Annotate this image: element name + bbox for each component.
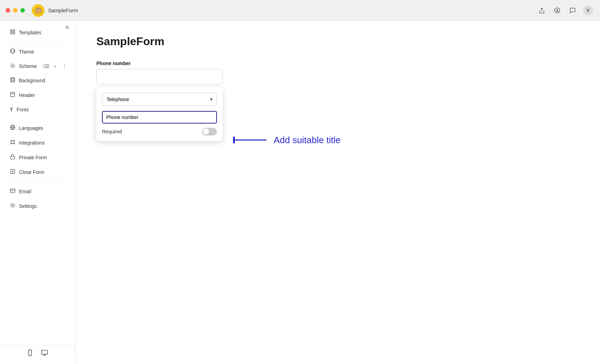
scheme-backspace-button[interactable]: ⌫ <box>42 62 50 70</box>
svg-rect-28 <box>42 350 48 355</box>
svg-point-6 <box>12 65 13 66</box>
required-label: Required <box>102 129 122 134</box>
sidebar-item-header[interactable]: Header <box>3 88 72 102</box>
svg-rect-1 <box>11 30 12 31</box>
share-icon[interactable] <box>537 6 547 15</box>
svg-rect-7 <box>11 78 15 82</box>
sidebar-item-close-form[interactable]: Close Form <box>3 165 72 179</box>
sidebar-item-email-label: Email <box>19 189 31 194</box>
settings-icon <box>10 203 15 210</box>
sidebar-item-theme[interactable]: Theme <box>3 45 72 59</box>
rocket-icon[interactable] <box>552 6 562 15</box>
desktop-view-button[interactable] <box>41 349 48 356</box>
sidebar-item-templates-label: Templates <box>19 30 41 35</box>
view-toggle-row <box>0 345 75 360</box>
sidebar-item-templates[interactable]: Templates <box>3 26 72 40</box>
integrations-icon <box>10 139 15 146</box>
minimize-button[interactable] <box>13 8 18 13</box>
toggle-knob <box>203 128 209 135</box>
required-toggle[interactable] <box>202 128 217 135</box>
fonts-icon: T <box>10 106 13 112</box>
sidebar-item-background[interactable]: Background <box>3 74 72 88</box>
svg-rect-26 <box>29 350 32 356</box>
divider-2 <box>4 118 71 119</box>
email-icon <box>10 188 15 195</box>
scheme-add-button[interactable]: + <box>51 62 59 70</box>
languages-icon <box>10 125 15 132</box>
svg-point-15 <box>11 143 12 144</box>
mobile-view-button[interactable] <box>27 349 34 356</box>
phone-input[interactable] <box>96 69 223 84</box>
sidebar-item-background-label: Background <box>19 78 45 83</box>
titlebar: 🐵 SampleForm V <box>0 0 600 21</box>
phone-field-section: Phone number Telephone Short Text Long T… <box>96 61 579 141</box>
sidebar-item-header-label: Header <box>19 92 35 98</box>
main-layout: Templates Theme Schem <box>0 21 600 364</box>
templates-icon <box>10 29 15 36</box>
field-title-input[interactable] <box>102 111 217 124</box>
sidebar-item-languages[interactable]: Languages <box>3 121 72 135</box>
sidebar-item-integrations[interactable]: Integrations <box>3 136 72 150</box>
maximize-button[interactable] <box>20 8 25 13</box>
sidebar-item-integrations-label: Integrations <box>19 140 45 146</box>
close-form-icon <box>10 169 15 176</box>
close-button[interactable] <box>6 8 10 13</box>
sidebar-item-close-form-label: Close Form <box>19 169 44 175</box>
header-icon <box>10 92 15 99</box>
app-title: SampleForm <box>48 7 78 13</box>
svg-rect-9 <box>11 92 15 97</box>
field-label: Phone number <box>96 61 579 66</box>
theme-icon <box>10 48 15 55</box>
sidebar-item-scheme-label: Scheme <box>19 63 37 69</box>
svg-rect-21 <box>11 156 15 159</box>
sidebar-item-private-label: Private Form <box>19 155 47 160</box>
type-select-wrapper: Telephone Short Text Long Text Number Em… <box>102 93 217 106</box>
sidebar-item-fonts-label: Fonts <box>16 107 29 112</box>
private-icon <box>10 154 15 161</box>
required-row: Required <box>102 128 217 135</box>
type-select[interactable]: Telephone Short Text Long Text Number Em… <box>102 93 217 106</box>
svg-point-16 <box>14 143 15 144</box>
sidebar-item-email[interactable]: Email <box>3 184 72 198</box>
annotation-arrow <box>233 133 268 147</box>
comment-icon[interactable] <box>568 6 578 15</box>
divider-1 <box>4 42 71 42</box>
main-content: SampleForm Phone number Telephone Short … <box>75 21 600 364</box>
svg-rect-2 <box>13 30 15 31</box>
titlebar-actions: V <box>537 6 593 15</box>
sidebar-item-languages-label: Languages <box>19 125 43 131</box>
svg-rect-4 <box>13 32 15 34</box>
sidebar-item-settings-label: Settings <box>19 203 37 209</box>
background-icon <box>10 77 15 84</box>
app-identity: 🐵 SampleForm <box>32 4 78 17</box>
user-avatar[interactable]: V <box>583 6 593 15</box>
divider-3 <box>4 182 71 182</box>
annotation-text: Add suitable title <box>274 135 341 146</box>
sidebar: Templates Theme Schem <box>0 21 75 364</box>
svg-rect-3 <box>11 32 12 34</box>
sidebar-item-settings[interactable]: Settings <box>3 199 72 213</box>
window-controls <box>6 8 25 13</box>
annotation-area: Add suitable title <box>233 133 341 147</box>
sidebar-item-private[interactable]: Private Form <box>3 150 72 164</box>
sidebar-item-fonts[interactable]: T Fonts <box>3 103 72 116</box>
field-config-popup: Telephone Short Text Long Text Number Em… <box>96 87 223 141</box>
scheme-icon <box>10 63 15 70</box>
sidebar-toggle[interactable] <box>65 24 71 30</box>
svg-point-14 <box>14 140 15 141</box>
sidebar-item-scheme[interactable]: Scheme ⌫ + ⋮ <box>3 59 72 73</box>
svg-point-13 <box>11 140 12 141</box>
sidebar-item-theme-label: Theme <box>19 49 34 55</box>
form-title: SampleForm <box>96 35 579 48</box>
app-logo: 🐵 <box>32 4 45 17</box>
svg-point-25 <box>12 205 13 206</box>
scheme-more-button[interactable]: ⋮ <box>60 62 68 70</box>
svg-rect-8 <box>12 79 14 81</box>
